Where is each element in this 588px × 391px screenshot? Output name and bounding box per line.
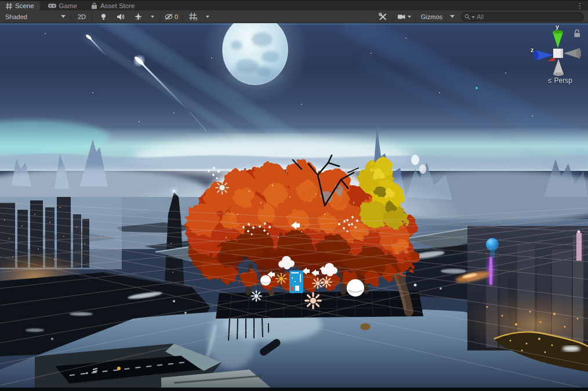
video-camera-icon <box>398 14 405 20</box>
sphere-gizmo-icon[interactable] <box>347 279 364 297</box>
scene-camera-dropdown[interactable] <box>395 12 413 22</box>
chevron-down-icon <box>408 16 411 18</box>
projection-arrow-icon: ≤ <box>548 76 552 85</box>
shading-mode-dropdown[interactable]: Shaded <box>2 12 69 22</box>
projection-label: Persp <box>554 76 572 85</box>
axis-y-cone[interactable] <box>553 30 563 48</box>
tab-asset-store[interactable]: Asset Store <box>85 1 140 10</box>
tab-scene[interactable]: Scene <box>0 1 40 10</box>
gizmo-center-cube[interactable] <box>553 49 563 58</box>
projection-toggle[interactable]: ≤ Persp <box>538 76 582 85</box>
gizmos-dropdown[interactable]: Gizmos <box>418 12 446 22</box>
grid-visibility-button[interactable]: y <box>184 12 202 22</box>
crossed-tools-icon <box>379 13 387 20</box>
scene-viewport[interactable]: y z ≤ Persp <box>0 23 588 391</box>
selected-panel-gizmo[interactable] <box>289 271 303 293</box>
scene-search-input[interactable] <box>477 12 580 21</box>
panel-tab-bar: Scene Game Asset Store ⋮ <box>0 0 588 10</box>
lighting-toggle-button[interactable] <box>95 12 112 22</box>
audio-speaker-icon <box>117 13 125 20</box>
unity-editor-window: Scene Game Asset Store ⋮ Shaded 2D <box>0 0 588 391</box>
shading-mode-label: Shaded <box>5 13 27 20</box>
axis-neg-y-cone[interactable] <box>553 59 564 76</box>
gizmos-label: Gizmos <box>421 13 442 20</box>
axis-z-cone[interactable] <box>532 49 553 60</box>
point-light-gizmo-icon[interactable] <box>313 278 323 288</box>
tab-game[interactable]: Game <box>42 1 83 10</box>
shopping-bag-icon <box>91 2 97 9</box>
panel-menu-button[interactable]: ⋮ <box>572 1 588 10</box>
point-light-gizmo-icon[interactable] <box>251 291 262 301</box>
scene-render <box>0 23 588 391</box>
toolbar-separator <box>160 13 161 21</box>
rotation-lock-icon[interactable] <box>574 29 581 38</box>
light-bulb-icon <box>100 13 107 20</box>
effects-dropdown[interactable] <box>147 12 158 22</box>
hidden-objects-button[interactable]: 0 <box>162 12 180 22</box>
grid-axis-label: y <box>195 16 198 20</box>
directional-light-gizmo-icon[interactable] <box>216 181 228 194</box>
hidden-objects-count: 0 <box>175 13 178 20</box>
toolbar-separator <box>182 13 183 21</box>
point-light-gizmo-icon[interactable] <box>276 273 286 284</box>
search-icon <box>464 14 471 20</box>
toolbar-separator <box>92 13 93 21</box>
point-light-gizmo-icon[interactable] <box>306 293 321 308</box>
tab-game-label: Game <box>59 2 77 9</box>
viewport-bottom-edge <box>0 388 588 391</box>
eye-slash-icon <box>165 13 173 20</box>
toolbar-separator <box>71 13 71 21</box>
effects-toggle-button[interactable] <box>129 12 147 22</box>
chevron-down-icon <box>450 15 455 18</box>
search-filter-caret-icon[interactable] <box>471 16 475 19</box>
toolbar-separator <box>415 13 416 21</box>
effects-sparkle-icon <box>135 13 142 20</box>
audio-toggle-button[interactable] <box>112 12 129 22</box>
grid-dropdown[interactable] <box>202 12 213 22</box>
chevron-down-icon <box>206 16 209 18</box>
axis-z-label[interactable]: z <box>531 46 534 53</box>
scene-grid-icon <box>6 3 12 9</box>
tab-scene-label: Scene <box>15 2 34 9</box>
tools-button[interactable] <box>374 12 391 22</box>
toolbar-separator <box>393 13 394 21</box>
gizmos-dropdown-caret[interactable] <box>446 12 459 22</box>
scene-search <box>461 12 584 21</box>
gamepad-icon <box>48 3 56 9</box>
chevron-down-icon <box>151 16 154 18</box>
chevron-down-icon <box>61 15 66 18</box>
sphere-gizmo-icon[interactable] <box>260 275 271 286</box>
axis-y-label[interactable]: y <box>556 23 559 30</box>
scene-toolbar: Shaded 2D <box>0 10 588 23</box>
2d-toggle-button[interactable]: 2D <box>73 12 90 22</box>
axis-neg-x-cone[interactable] <box>564 48 581 59</box>
tab-asset-store-label: Asset Store <box>100 2 135 9</box>
point-light-gizmo-icon[interactable] <box>321 277 332 287</box>
